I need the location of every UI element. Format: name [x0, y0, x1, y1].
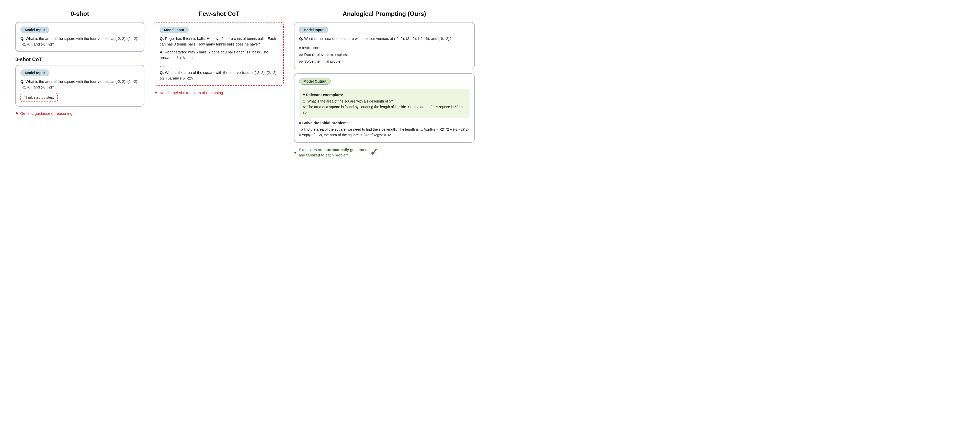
analogical-question: Q: What is the area of the square with t… — [299, 36, 469, 41]
solve-title: # Solve the initial problem: — [299, 120, 469, 126]
bullet-note-analogical: ● Exemplars are automatically generateda… — [294, 147, 475, 158]
col-title-0shot: 0-shot — [15, 10, 145, 18]
col-few-shot: Few-shot CoT Model Input Q: Roger has 5 … — [154, 10, 284, 96]
bullet-dot-analogical: ● — [294, 150, 297, 154]
model-input-box-0shot: Model Input Q: What is the area of the s… — [15, 22, 145, 52]
bullet-text-few-shot: Need labeled exemplars of reasoning — [159, 90, 223, 96]
solve-section: # Solve the initial problem: To find the… — [299, 120, 469, 138]
think-step-box: Think step by step. — [21, 93, 58, 102]
exemplar-a-text: A: The area of a square is found by squa… — [303, 104, 466, 115]
bullet-dot-0shot: ● — [15, 111, 18, 115]
exemplar-section: # Relevant exemplars: Q: What is the are… — [299, 89, 469, 118]
bold-automatically: automatically — [325, 148, 349, 152]
solve-text: To find the area of the square, we need … — [299, 127, 469, 138]
badge-model-input-0shot: Model Input — [21, 27, 49, 33]
0shot-question: Q: What is the area of the square with t… — [21, 36, 139, 47]
badge-model-input-few-shot: Model Input — [160, 27, 189, 33]
instruction-block: # Instruction: ## Recall relevant exempl… — [299, 45, 469, 64]
few-shot-target-q: Q: What is the area of the square with t… — [160, 70, 278, 81]
think-step-text: Think step by step. — [24, 96, 54, 99]
0shot-cot-question: Q: What is the area of the square with t… — [21, 79, 139, 90]
bullet-note-few-shot: ● Need labeled exemplars of reasoning — [154, 90, 284, 96]
model-input-box-0shot-cot: Model Input Q: What is the area of the s… — [15, 65, 145, 107]
few-shot-example-q: Q: Roger has 5 tennis balls. He buys 2 m… — [160, 36, 278, 47]
exemplar-title: # Relevant exemplars: — [303, 92, 466, 98]
bullet-text-0shot: Generic guidance of reasoning — [20, 111, 72, 116]
subtitle-0shot-cot: 0-shot CoT — [15, 56, 145, 62]
model-output-box-analogical: Model Output # Relevant exemplars: Q: Wh… — [294, 73, 475, 143]
main-grid: 0-shot Model Input Q: What is the area o… — [15, 10, 475, 158]
few-shot-example-a: A: Roger started with 5 balls. 2 cans of… — [160, 49, 278, 61]
badge-model-input-analogical: Model Input — [299, 27, 328, 33]
col-title-few-shot: Few-shot CoT — [154, 10, 284, 18]
badge-model-output: Model Output — [299, 78, 331, 84]
instruction-line3: ## Solve the initial problem: — [299, 58, 469, 65]
bold-tailored: tailored — [306, 153, 320, 157]
instruction-line2: ## Recall relevant exemplars: — [299, 51, 469, 58]
bullet-dot-few-shot: ● — [154, 90, 158, 95]
checkmark-icon: ✓ — [370, 147, 378, 158]
col-title-analogical: Analogical Prompting (Ours) — [294, 10, 475, 18]
exemplar-q-text: Q: What is the area of the square with a… — [303, 99, 466, 104]
col-analogical: Analogical Prompting (Ours) Model Input … — [294, 10, 475, 158]
bullet-note-0shot: ● Generic guidance of reasoning — [15, 111, 145, 116]
bullet-text-analogical: Exemplars are automatically generatedand… — [299, 147, 367, 158]
dots-separator: ... — [160, 62, 278, 68]
instruction-line1: # Instruction: — [299, 45, 469, 51]
badge-model-input-0shot-cot: Model Input — [21, 70, 49, 76]
model-input-box-few-shot: Model Input Q: Roger has 5 tennis balls.… — [154, 22, 284, 86]
model-input-box-analogical: Model Input Q: What is the area of the s… — [294, 22, 475, 69]
col-0shot: 0-shot Model Input Q: What is the area o… — [15, 10, 145, 116]
